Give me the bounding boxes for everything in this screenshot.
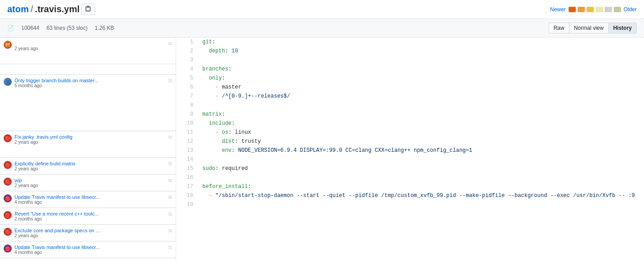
blame-entry-9: 🔴 Exclude core and package specs on ... … [0,225,176,241]
blame-group-5: 🔴 Explicitly define build matrix 2 years… [0,158,176,174]
line-content: - "/sbin/start-stop-daemon --start --qui… [199,191,644,200]
table-row: 9matrix: [176,110,644,119]
normal-view-button[interactable]: Normal view [569,23,608,33]
line-num: 11 [176,128,199,137]
blame-group-1: 😸 2 years ago ⧉ [0,38,176,64]
commit-time-10: 4 months ago [14,250,168,255]
commit-msg-4[interactable]: Fix janky .travis.yml config [14,134,114,140]
blame-group-10: 🔴 Update Travis manifest to use libsecr.… [0,241,176,258]
copy-icon-9[interactable]: ⧉ [168,228,172,234]
blame-seg-5 [605,7,612,12]
avatar-4: 🔴 [4,134,12,142]
commit-time-6: 2 years ago [14,183,168,188]
commit-time-4: 2 years ago [14,140,168,145]
copy-icon-1[interactable]: ⧉ [168,41,172,47]
avatar-10: 🔴 [4,244,12,253]
table-row: 4branches: [176,65,644,74]
table-row: 5 only: [176,74,644,83]
commit-info-4: Fix janky .travis.yml config 2 years ago [14,134,168,145]
breadcrumb: atom / .travis.yml [7,4,95,15]
line-content: matrix: [199,110,644,119]
line-content: depth: 10 [199,47,644,56]
commit-info-8: Revert "Use a more recent c++ toolc... 2… [14,211,168,221]
avatar-3: 👤 [4,78,12,86]
avatar-6: 🔴 [4,178,12,186]
code-panel: 1git: 2 depth: 10 3 4branches: 5 only: 6… [176,38,644,259]
commit-time-8: 2 months ago [14,216,168,221]
table-row: 10 include: [176,119,644,128]
line-num: 9 [176,110,199,119]
blame-seg-6 [614,7,621,12]
line-num: 7 [176,92,199,101]
table-row: 3 [176,56,644,65]
blame-entry-11: 🔴 Switch to containerized infrastructure… [0,258,176,259]
blame-entry-3: 👤 Only trigger branch builds on master..… [0,75,176,91]
copy-icon-3[interactable]: ⧉ [168,78,172,84]
commit-msg-7[interactable]: Update Travis manifest to use libsecr... [14,194,114,200]
line-num: 12 [176,137,199,146]
blame-sidebar: 😸 2 years ago ⧉ 👤 Only trigger branch bu… [0,38,176,259]
commit-msg-6[interactable]: wip [14,178,114,183]
commit-time-3: 5 months ago [14,83,168,88]
commit-time-7: 4 months ago [14,200,168,205]
file-size: 1.26 KB [95,25,114,31]
line-content [199,155,644,164]
copy-icon-10[interactable]: ⧉ [168,244,172,250]
line-num: 18 [176,191,199,200]
copy-icon-4[interactable]: ⧉ [168,134,172,140]
line-content: only: [199,74,644,83]
commit-msg-8[interactable]: Revert "Use a more recent c++ toolc... [14,211,114,216]
commit-info-7: Update Travis manifest to use libsecr...… [14,194,168,205]
repo-link[interactable]: atom [7,4,29,14]
line-num: 17 [176,182,199,191]
blame-entry-5: 🔴 Explicitly define build matrix 2 years… [0,158,176,174]
blob-id: 100644 [21,25,39,31]
copy-icon-7[interactable]: ⧉ [168,194,172,200]
line-num: 8 [176,101,199,110]
raw-button[interactable]: Raw [549,23,569,33]
blame-entry-1: 😸 2 years ago ⧉ [0,38,176,54]
history-button[interactable]: History [608,23,637,33]
line-content: sudo: required [199,164,644,173]
newer-label[interactable]: Newer [550,6,566,13]
commit-msg-10[interactable]: Update Travis manifest to use libsecr... [14,244,114,250]
blame-group-3: 👤 Only trigger branch builds on master..… [0,75,176,131]
avatar-7: 🔴 [4,194,12,202]
line-num: 10 [176,119,199,128]
line-content [199,101,644,110]
table-row: 19 [176,200,644,209]
blame-entry-2 [0,64,176,74]
line-num: 5 [176,74,199,83]
line-content: include: [199,119,644,128]
file-meta-left: 📄 100644 63 lines (53 sloc) 1.26 KB [7,25,114,31]
blame-seg-4 [596,7,603,12]
copy-icon-6[interactable]: ⧉ [168,178,172,183]
table-row: 18 - "/sbin/start-stop-daemon --start --… [176,191,644,200]
top-bar: atom / .travis.yml Newer Older [0,0,644,19]
line-num: 3 [176,56,199,65]
copy-icon-5[interactable]: ⧉ [168,161,172,167]
older-label[interactable]: Older [624,6,637,13]
commit-msg-9[interactable]: Exclude core and package specs on ... [14,228,114,233]
line-num: 4 [176,65,199,74]
commit-msg-3[interactable]: Only trigger branch builds on master... [14,78,114,83]
commit-msg-5[interactable]: Explicitly define build matrix [14,161,114,166]
file-icon: 📄 [7,25,14,31]
line-content: - os: linux [199,128,644,137]
blame-group-11: 🔴 Switch to containerized infrastructure… [0,258,176,259]
copy-icon-8[interactable]: ⧉ [168,211,172,217]
table-row: 1git: [176,38,644,47]
commit-info-1: 2 years ago [14,41,168,51]
line-num: 2 [176,47,199,56]
blame-entry-3e [0,121,176,131]
table-row: 15sudo: required [176,164,644,173]
commit-info-6: wip 2 years ago [14,178,168,188]
line-content [199,56,644,65]
avatar-5: 🔴 [4,161,12,169]
copy-button[interactable] [81,4,95,15]
line-num: 14 [176,155,199,164]
blame-group-7: 🔴 Update Travis manifest to use libsecr.… [0,191,176,208]
blame-entry-3c [0,101,176,111]
line-content: dist: trusty [199,137,644,146]
line-content: before_install: [199,182,644,191]
